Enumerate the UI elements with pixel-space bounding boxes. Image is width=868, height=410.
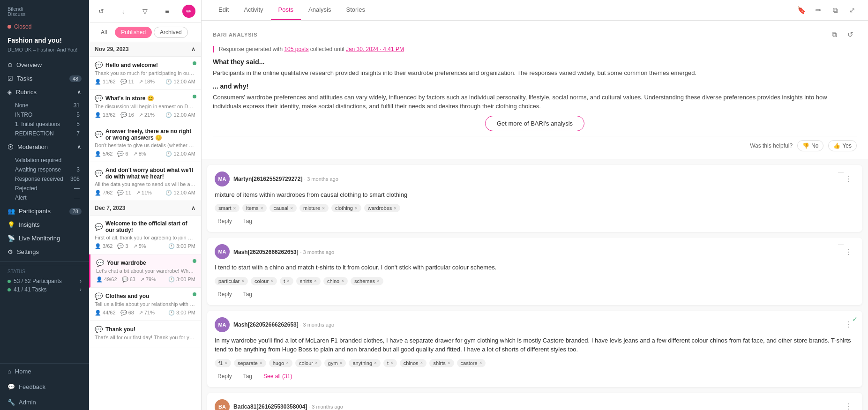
post-card-dont-worry[interactable]: 💬 And don't worry about what we'll do wi… xyxy=(89,162,201,201)
tag-remove[interactable]: × xyxy=(479,360,482,365)
tab-posts[interactable]: Posts xyxy=(271,0,301,20)
collapse-button[interactable]: — xyxy=(838,241,844,248)
post-card-welcome-official[interactable]: 💬 Welcome to the official start of our s… xyxy=(89,216,201,254)
tab-edit[interactable]: Edit xyxy=(211,0,236,20)
mod-alert[interactable]: Alert— xyxy=(13,193,82,202)
tag-remove[interactable]: × xyxy=(270,278,273,283)
tag-button[interactable]: Tag xyxy=(240,217,255,225)
sidebar-item-moderation[interactable]: ⦿ Moderation ∧ xyxy=(0,140,89,154)
sidebar-item-insights[interactable]: 💡 Insights xyxy=(0,218,89,231)
mod-validation[interactable]: Validation required xyxy=(13,156,82,165)
post-menu-button[interactable]: ⋮ xyxy=(842,173,855,184)
tag-remove[interactable]: × xyxy=(390,360,393,365)
sidebar-item-tasks[interactable]: ☑ Tasks 48 xyxy=(0,72,89,85)
sidebar-item-settings[interactable]: ⚙ Settings xyxy=(0,245,89,259)
tag-remove[interactable]: × xyxy=(314,278,317,283)
list-button[interactable]: ≡ xyxy=(160,5,173,18)
filter-tab-all[interactable]: All xyxy=(95,27,113,38)
tag-remove[interactable]: × xyxy=(233,206,236,211)
tag-remove[interactable]: × xyxy=(322,206,325,211)
sidebar-item-live-monitoring[interactable]: 📡 Live Monitoring xyxy=(0,231,89,245)
tab-activity[interactable]: Activity xyxy=(236,0,270,20)
tag-remove[interactable]: × xyxy=(260,360,262,365)
post-text: In my wardrobe you'll find a lot of McLa… xyxy=(215,336,855,354)
collapse-icon[interactable]: ∧ xyxy=(191,205,195,211)
reply-button[interactable]: Reply xyxy=(215,372,235,380)
bari-date-link[interactable]: Jan 30, 2024 · 4:41 PM xyxy=(346,46,404,52)
post-card-thank-you[interactable]: 💬 Thank you! That's all for our first da… xyxy=(89,321,201,348)
app-sub: Discuss xyxy=(7,12,82,17)
tag-remove[interactable]: × xyxy=(355,206,358,211)
copy-button[interactable]: ⧉ xyxy=(829,4,842,17)
participants-count: 👤 7/62 xyxy=(95,190,112,196)
sidebar-item-admin[interactable]: 🔧 Admin xyxy=(0,395,89,410)
project-status: Closed xyxy=(7,23,82,30)
filter-tab-published[interactable]: Published xyxy=(115,27,152,38)
post-menu-button[interactable]: ⋮ xyxy=(842,401,855,410)
rubric-initial[interactable]: 1. Initial questions5 xyxy=(13,119,82,129)
post-card-clothes-and-you[interactable]: 💬 Clothes and you Tell us a little about… xyxy=(89,288,201,321)
tag-remove[interactable]: × xyxy=(315,360,318,365)
mod-rejected[interactable]: Rejected— xyxy=(13,184,82,193)
tag-remove[interactable]: × xyxy=(448,360,450,365)
mod-awaiting[interactable]: Awaiting response3 xyxy=(13,165,82,174)
tag-button[interactable]: Tag xyxy=(240,372,255,380)
post-type-icon: 💬 xyxy=(95,292,103,300)
see-all-button[interactable]: See all (31) xyxy=(261,372,295,380)
edit-icon-button[interactable]: ✏ xyxy=(812,4,825,17)
reply-button[interactable]: Reply xyxy=(215,290,235,298)
participants-status[interactable]: 53 / 62 Participants › xyxy=(7,277,82,285)
mod-received[interactable]: Response received308 xyxy=(13,174,82,184)
bari-posts-link[interactable]: 105 posts xyxy=(284,46,308,52)
post-card-hello[interactable]: 💬 Hello and welcome! Thank you so much f… xyxy=(89,57,201,90)
sidebar-item-home[interactable]: ⌂ Home xyxy=(0,364,89,379)
tag-remove[interactable]: × xyxy=(286,360,289,365)
tag-remove[interactable]: × xyxy=(374,360,377,365)
tag-button[interactable]: Tag xyxy=(240,290,255,298)
helpful-no-button[interactable]: 👎 No xyxy=(797,140,823,151)
tag-remove[interactable]: × xyxy=(224,360,227,365)
collapse-icon[interactable]: ∧ xyxy=(191,46,195,52)
expand-button[interactable]: ⤢ xyxy=(846,4,859,17)
post-card-whats-in-store[interactable]: 💬 What's in store 😊 The discussion will … xyxy=(89,90,201,123)
tab-stories[interactable]: Stories xyxy=(339,0,373,20)
tag-remove[interactable]: × xyxy=(341,278,344,283)
sidebar-item-participants[interactable]: 👥 Participants 78 xyxy=(0,204,89,218)
collapse-button[interactable]: — xyxy=(838,169,844,175)
bari-refresh-button[interactable]: ↺ xyxy=(844,28,857,41)
sidebar-item-overview[interactable]: ⊙ Overview xyxy=(0,58,89,72)
insights-icon: 💡 xyxy=(7,221,15,228)
tag-remove[interactable]: × xyxy=(420,360,423,365)
bari-more-button[interactable]: Get more of BARI's analysis xyxy=(485,116,584,131)
tag-remove[interactable]: × xyxy=(261,206,263,211)
post-preview: Don't hesitate to give us details (wheth… xyxy=(95,142,195,148)
rubric-redirection[interactable]: REDIRECTION7 xyxy=(13,129,82,138)
tasks-status[interactable]: 41 / 41 Tasks › xyxy=(7,285,82,294)
filter-tab-archived[interactable]: Archived xyxy=(154,27,188,38)
tag-remove[interactable]: × xyxy=(241,278,244,283)
bookmark-button[interactable]: 🔖 xyxy=(795,4,808,17)
tag-remove[interactable]: × xyxy=(394,206,397,211)
refresh-button[interactable]: ↺ xyxy=(95,5,108,18)
bari-copy-button[interactable]: ⧉ xyxy=(828,28,841,41)
tag-remove[interactable]: × xyxy=(377,278,380,283)
sidebar-item-feedback[interactable]: 💬 Feedback xyxy=(0,379,89,395)
post-actions: Reply Tag xyxy=(215,290,855,298)
sidebar-item-rubrics[interactable]: ◈ Rubrics ∧ xyxy=(0,85,89,99)
post-text: mixture of items within wardrobes from c… xyxy=(215,190,855,200)
green-indicator xyxy=(193,61,196,65)
tag-remove[interactable]: × xyxy=(290,206,293,211)
tab-analysis[interactable]: Analysis xyxy=(301,0,338,20)
edit-button[interactable]: ✏ xyxy=(182,5,195,18)
post-menu-button[interactable]: ⋮ xyxy=(842,246,855,257)
tag-remove[interactable]: × xyxy=(287,278,290,283)
rubric-none[interactable]: None31 xyxy=(13,101,82,110)
filter-button[interactable]: ▽ xyxy=(139,5,152,18)
tag-remove[interactable]: × xyxy=(340,360,343,365)
post-card-wardrobe[interactable]: 💬 Your wardrobe Let's chat a bit about y… xyxy=(89,254,201,288)
rubric-intro[interactable]: INTRO5 xyxy=(13,110,82,119)
download-button[interactable]: ↓ xyxy=(117,5,130,18)
helpful-yes-button[interactable]: 👍 Yes xyxy=(828,140,857,151)
reply-button[interactable]: Reply xyxy=(215,217,235,225)
post-card-answer-freely[interactable]: 💬 Answer freely, there are no right or w… xyxy=(89,123,201,162)
